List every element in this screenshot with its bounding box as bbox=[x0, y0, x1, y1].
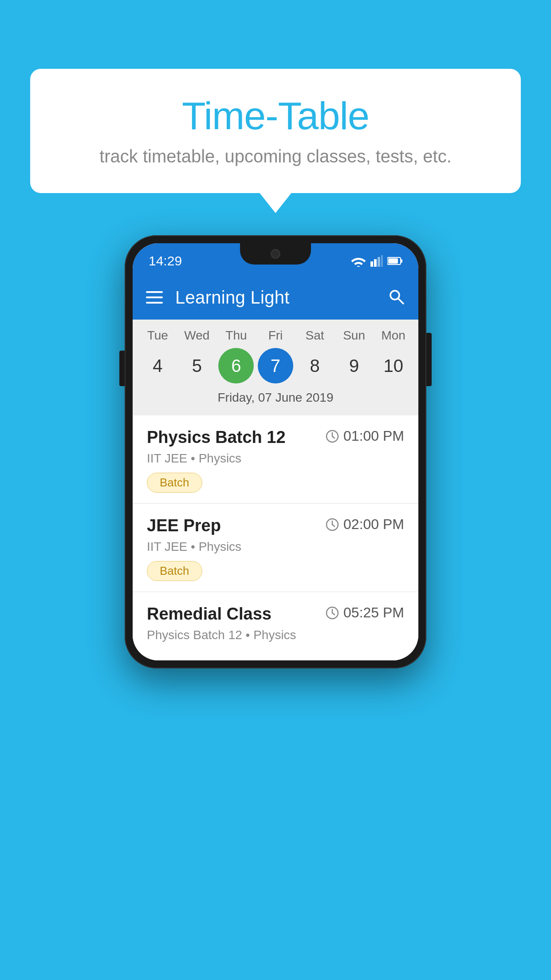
svg-rect-2 bbox=[378, 257, 380, 267]
day-header-sat: Sat bbox=[297, 328, 333, 343]
speech-bubble: Time-Table track timetable, upcoming cla… bbox=[30, 69, 521, 193]
schedule-list: Physics Batch 12 01:00 PM IIT JEE • Phys… bbox=[133, 415, 418, 660]
wifi-icon bbox=[351, 255, 366, 267]
day-6-today[interactable]: 6 bbox=[218, 348, 254, 383]
schedule-item-2[interactable]: JEE Prep 02:00 PM IIT JEE • Physics Batc… bbox=[133, 504, 418, 592]
schedule-item-1-time: 01:00 PM bbox=[326, 428, 404, 444]
svg-line-17 bbox=[332, 613, 335, 615]
app-title: Learning Light bbox=[175, 288, 375, 308]
phone-mockup: 14:29 bbox=[125, 235, 426, 668]
day-header-thu: Thu bbox=[218, 328, 254, 343]
schedule-item-2-name: JEE Prep bbox=[147, 516, 221, 535]
schedule-item-3[interactable]: Remedial Class 05:25 PM Physics Batch 12… bbox=[133, 592, 418, 660]
day-9[interactable]: 9 bbox=[336, 348, 372, 383]
phone-screen: 14:29 bbox=[133, 243, 418, 660]
signal-icon bbox=[370, 255, 383, 267]
day-numbers: 4 5 6 7 8 9 10 bbox=[133, 348, 418, 383]
speech-bubble-container: Time-Table track timetable, upcoming cla… bbox=[30, 69, 521, 193]
search-button[interactable] bbox=[387, 288, 405, 307]
svg-rect-6 bbox=[388, 258, 398, 264]
page-subtitle: track timetable, upcoming classes, tests… bbox=[57, 146, 494, 166]
schedule-item-3-header: Remedial Class 05:25 PM bbox=[147, 605, 404, 624]
schedule-item-1-header: Physics Batch 12 01:00 PM bbox=[147, 428, 404, 447]
status-time: 14:29 bbox=[149, 253, 182, 269]
svg-rect-5 bbox=[401, 259, 402, 263]
day-headers: Tue Wed Thu Fri Sat Sun Mon bbox=[133, 328, 418, 343]
day-header-mon: Mon bbox=[376, 328, 411, 343]
schedule-item-1-badge: Batch bbox=[147, 473, 202, 493]
schedule-item-2-header: JEE Prep 02:00 PM bbox=[147, 516, 404, 535]
day-7-selected[interactable]: 7 bbox=[258, 348, 293, 383]
svg-line-11 bbox=[332, 436, 335, 438]
svg-rect-3 bbox=[381, 255, 383, 267]
battery-icon bbox=[387, 257, 402, 265]
app-bar: Learning Light bbox=[133, 275, 418, 320]
selected-date: Friday, 07 June 2019 bbox=[133, 391, 418, 411]
camera bbox=[271, 249, 280, 259]
schedule-item-3-name: Remedial Class bbox=[147, 605, 272, 624]
schedule-item-3-sub: Physics Batch 12 • Physics bbox=[147, 628, 404, 642]
day-4[interactable]: 4 bbox=[140, 348, 175, 383]
day-header-tue: Tue bbox=[140, 328, 175, 343]
phone-notch bbox=[240, 243, 311, 265]
schedule-item-1[interactable]: Physics Batch 12 01:00 PM IIT JEE • Phys… bbox=[133, 415, 418, 504]
svg-rect-0 bbox=[370, 261, 373, 267]
svg-line-8 bbox=[398, 298, 403, 304]
clock-icon-3 bbox=[326, 606, 339, 620]
day-header-wed: Wed bbox=[179, 328, 215, 343]
hamburger-menu-icon[interactable] bbox=[146, 291, 163, 304]
svg-line-14 bbox=[332, 525, 335, 526]
schedule-item-1-sub: IIT JEE • Physics bbox=[147, 451, 404, 466]
day-5[interactable]: 5 bbox=[179, 348, 215, 383]
day-header-sun: Sun bbox=[336, 328, 372, 343]
calendar-strip: Tue Wed Thu Fri Sat Sun Mon 4 5 6 7 8 9 … bbox=[133, 320, 418, 415]
schedule-item-3-time: 05:25 PM bbox=[326, 605, 404, 621]
day-10[interactable]: 10 bbox=[376, 348, 411, 383]
day-header-fri: Fri bbox=[258, 328, 293, 343]
schedule-item-2-time: 02:00 PM bbox=[326, 516, 404, 533]
schedule-item-2-sub: IIT JEE • Physics bbox=[147, 540, 404, 554]
clock-icon-2 bbox=[326, 518, 339, 531]
phone-outer: 14:29 bbox=[125, 235, 426, 668]
schedule-item-2-badge: Batch bbox=[147, 561, 202, 581]
page-title: Time-Table bbox=[57, 93, 494, 138]
day-8[interactable]: 8 bbox=[297, 348, 333, 383]
clock-icon bbox=[326, 430, 339, 443]
svg-rect-1 bbox=[374, 259, 377, 267]
schedule-item-1-name: Physics Batch 12 bbox=[147, 428, 286, 447]
status-icons bbox=[351, 255, 402, 267]
